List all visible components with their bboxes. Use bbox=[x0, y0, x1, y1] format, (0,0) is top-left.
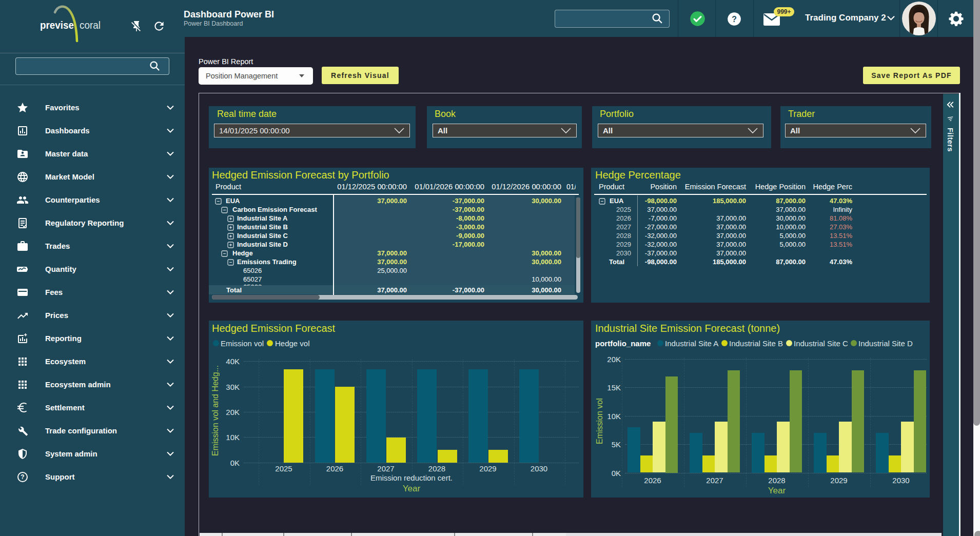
svg-text:previse: previse bbox=[40, 19, 74, 31]
svg-text:?: ? bbox=[21, 473, 24, 481]
svg-text:coral: coral bbox=[80, 19, 101, 31]
svg-text:?: ? bbox=[732, 15, 737, 24]
